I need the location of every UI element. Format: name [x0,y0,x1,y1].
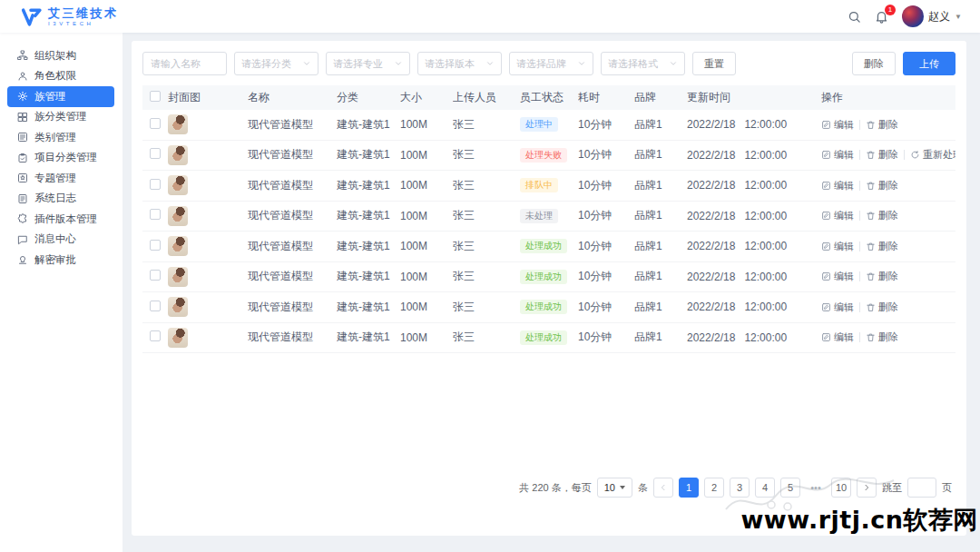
edit-icon [821,242,831,251]
sidebar-item-family-category[interactable]: 族分类管理 [7,107,114,128]
edit-action-button[interactable]: 编辑 [821,240,854,253]
row-checkbox[interactable] [150,209,161,220]
row-checkbox[interactable] [150,240,161,251]
delete-action-button[interactable]: 删除 [866,148,898,162]
cover-cell [168,236,248,256]
delete-action-button[interactable]: 删除 [866,118,898,132]
action-label: 编辑 [834,330,854,344]
edit-action-button[interactable]: 编辑 [821,118,854,132]
cover-cell [168,145,248,165]
top-header: 艾三维技术 I3VTECH 1 赵义 ▼ [0,0,980,33]
cover-thumbnail[interactable] [168,297,188,317]
chevron-down-icon [669,59,678,68]
sidebar-item-plugin-version[interactable]: 插件版本管理 [7,209,114,230]
edit-action-button[interactable]: 编辑 [821,209,854,222]
cover-thumbnail[interactable] [168,114,188,134]
name-search-input[interactable] [142,52,227,75]
sidebar-item-label: 消息中心 [34,232,76,246]
sidebar-item-project-category[interactable]: 项目分类管理 [7,148,114,169]
upload-button[interactable]: 上传 [903,52,956,75]
search-icon[interactable] [848,10,861,24]
row-checkbox[interactable] [150,179,161,190]
row-update-time: 2022/2/1812:00:00 [687,331,821,344]
row-checkbox[interactable] [150,301,161,311]
list-box-icon [17,132,28,143]
sidebar-item-role-permission[interactable]: 角色权限 [7,66,114,87]
sidebar-item-topic-manage[interactable]: 专题管理 [7,168,114,189]
action-label: 删除 [878,148,898,162]
filter-select-brand[interactable]: 请选择品牌 [509,52,593,75]
row-uploader: 张三 [453,147,520,163]
row-duration: 10分钟 [578,269,634,284]
delete-action-button[interactable]: 删除 [866,209,898,222]
row-status-cell: 处理成功 [520,300,578,314]
notification-badge: 1 [885,5,896,15]
edit-action-button[interactable]: 编辑 [821,270,854,283]
logo-subtitle: I3VTECH [48,21,119,26]
sidebar-item-category-manage[interactable]: 类别管理 [7,127,114,148]
delete-action-button[interactable]: 删除 [866,330,898,344]
sidebar-item-org-structure[interactable]: 组织架构 [7,45,114,66]
cover-thumbnail[interactable] [168,236,188,256]
reset-button[interactable]: 重置 [692,52,736,75]
status-badge: 处理中 [520,117,558,132]
prev-page-button[interactable] [653,478,673,498]
cover-thumbnail[interactable] [168,267,188,287]
row-checkbox[interactable] [150,330,161,341]
table-row: 现代管道模型建筑-建筑1100M张三处理成功10分钟品牌12022/2/1812… [142,232,956,262]
edit-action-button[interactable]: 编辑 [821,148,854,162]
delete-action-button[interactable]: 删除 [866,179,898,192]
filter-selects: 请选择分类请选择专业请选择版本请选择品牌请选择格式 [234,52,685,75]
filter-select-format[interactable]: 请选择格式 [601,52,685,75]
cover-thumbnail[interactable] [168,145,188,165]
notification-bell-icon[interactable]: 1 [875,10,888,24]
edit-action-button[interactable]: 编辑 [821,330,854,344]
filter-select-version[interactable]: 请选择版本 [417,52,502,75]
delete-action-button[interactable]: 删除 [866,270,898,283]
sidebar-item-family-manage[interactable]: 族管理 [7,86,114,107]
row-checkbox-cell [142,301,168,314]
sidebar-item-label: 系统日志 [34,192,76,205]
action-label: 删除 [878,118,898,132]
edit-action-button[interactable]: 编辑 [821,179,854,192]
filter-select-category[interactable]: 请选择分类 [234,52,318,75]
org-icon [17,50,28,61]
page-size-select[interactable]: 10 [597,478,632,498]
edit-action-button[interactable]: 编辑 [821,301,854,314]
row-brand: 品牌1 [634,178,687,193]
chevron-down-icon: ▼ [955,13,962,21]
logo[interactable]: 艾三维技术 I3VTECH [20,5,119,28]
cover-thumbnail[interactable] [168,328,188,348]
data-table: 封面图名称分类大小上传人员员工状态耗时品牌更新时间操作 现代管道模型建筑-建筑1… [142,85,956,353]
row-status-cell: 处理失败 [520,148,578,163]
update-clock: 12:00:00 [744,271,787,283]
edit-icon [821,271,831,281]
row-brand: 品牌1 [634,269,687,284]
delete-action-button[interactable]: 删除 [866,301,898,314]
row-checkbox[interactable] [150,118,161,129]
cover-thumbnail[interactable] [168,206,188,226]
page-button[interactable]: 1 [679,478,699,498]
delete-button[interactable]: 删除 [852,52,896,75]
select-all-checkbox[interactable] [150,91,161,102]
sidebar-item-system-log[interactable]: 系统日志 [7,189,114,210]
row-update-time: 2022/2/1812:00:00 [687,301,821,313]
delete-action-button[interactable]: 删除 [866,240,898,253]
update-date: 2022/2/18 [687,240,735,252]
filter-select-major[interactable]: 请选择专业 [326,52,410,75]
reprocess-action-button[interactable]: 重新处理 [910,148,956,162]
row-update-time: 2022/2/1812:00:00 [687,271,821,283]
log-icon [17,193,28,204]
sidebar-item-message-center[interactable]: 消息中心 [7,230,114,251]
row-checkbox[interactable] [150,270,161,281]
row-actions: 编辑删除重新处理 [821,148,956,162]
column-header: 品牌 [634,90,687,105]
row-checkbox[interactable] [150,148,161,159]
select-placeholder: 请选择格式 [608,57,658,71]
user-menu[interactable]: 赵义 ▼ [902,5,962,27]
stamp-icon [17,254,28,265]
cover-thumbnail[interactable] [168,175,188,195]
plugin-icon [17,213,28,224]
status-badge: 处理成功 [520,270,567,284]
sidebar-item-decrypt-approval[interactable]: 解密审批 [7,250,114,271]
